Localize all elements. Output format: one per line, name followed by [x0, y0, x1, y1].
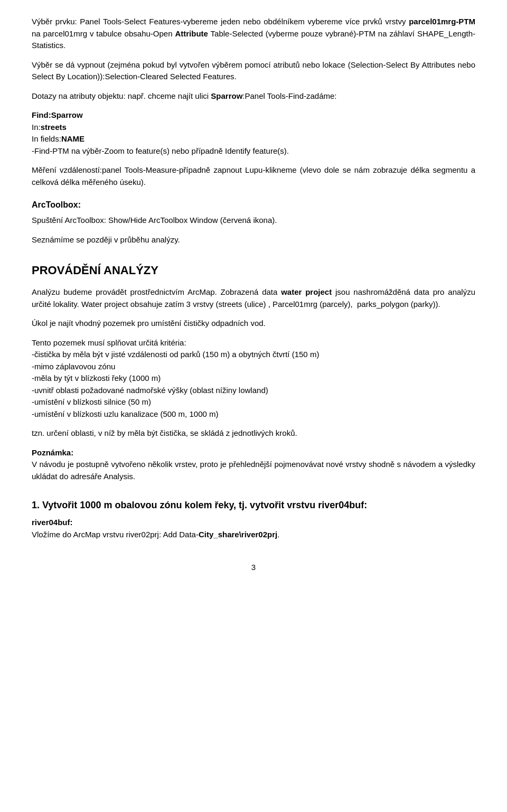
find-label: Find: [32, 110, 51, 119]
criteria-item-1: -čistička by měla být v jisté vzdálenost… [32, 349, 475, 361]
bold-city-share: City_share\river02prj [199, 530, 277, 539]
river04buf-label: river04buf: [32, 518, 73, 527]
note-block: Poznámka: V návodu je postupně vytvořeno… [32, 447, 475, 483]
numbered-subparagraph: river04buf: Vložíme do ArcMap vrstvu riv… [32, 517, 475, 540]
paragraph-5: Měření vzdáleností:panel Tools-Measure-p… [32, 164, 475, 188]
in-value: streets [41, 123, 67, 132]
in-row: In:streets [32, 122, 475, 134]
paragraph-6: Spuštění ArcToolbox: Show/Hide ArcToolbo… [32, 214, 475, 227]
section-paragraph-3: Tento pozemek musí splňovat určitá krité… [32, 337, 475, 421]
in-label: In: [32, 123, 41, 132]
bold-parcel01mrg: parcel01mrg-PTM [409, 17, 475, 26]
arctoolbox-heading: ArcToolbox: [32, 199, 475, 211]
section-paragraph-1: Analýzu budeme provádět prostřednictvím … [32, 286, 475, 310]
criteria-item-6: -umístění v blízkosti uzlu kanalizace (5… [32, 408, 475, 421]
paragraph-2: Výběr se dá vypnout (zejména pokud byl v… [32, 59, 475, 83]
zoom-text: -Find-PTM na výběr-Zoom to feature(s) ne… [32, 145, 475, 157]
find-row: Find:Sparrow [32, 109, 475, 122]
section-paragraph-4: tzn. určení oblasti, v níž by měla být č… [32, 427, 475, 440]
criteria-item-3: -měla by týt v blízkosti řeky (1000 m) [32, 372, 475, 385]
page-number: 3 [32, 562, 475, 574]
fields-value: NAME [61, 134, 84, 143]
numbered-heading-1: 1. Vytvořit 1000 m obalovou zónu kolem ř… [32, 498, 475, 512]
bold-attribute: Attribute [175, 29, 208, 38]
page-content: Výběr prvku: Panel Tools-Select Features… [32, 16, 475, 540]
bold-sparrow: Sparrow [211, 91, 242, 100]
note-label: Poznámka: [32, 448, 73, 457]
fields-row: In fields:NAME [32, 133, 475, 145]
criteria-item-2: -mimo záplavovou zónu [32, 361, 475, 373]
criteria-item-4: -uvnitř oblasti požadované nadmořské výš… [32, 385, 475, 397]
bold-water-project: water project [281, 287, 332, 296]
paragraph-7: Seznámíme se později v průběhu analýzy. [32, 234, 475, 246]
section-paragraph-2: Úkol je najít vhodný pozemek pro umístěn… [32, 318, 475, 330]
paragraph-3: Dotazy na atributy objektu: např. chceme… [32, 90, 475, 102]
find-value: Sparrow [51, 110, 83, 119]
main-section-heading: PROVÁDĚNÍ ANALÝZY [32, 262, 475, 279]
criteria-intro: Tento pozemek musí splňovat určitá krité… [32, 337, 475, 349]
criteria-item-5: -umístění v blízkosti silnice (50 m) [32, 396, 475, 408]
note-text: V návodu je postupně vytvořeno několik v… [32, 460, 475, 481]
find-block: Find:Sparrow In:streets In fields:NAME -… [32, 109, 475, 157]
paragraph-1: Výběr prvku: Panel Tools-Select Features… [32, 16, 475, 52]
